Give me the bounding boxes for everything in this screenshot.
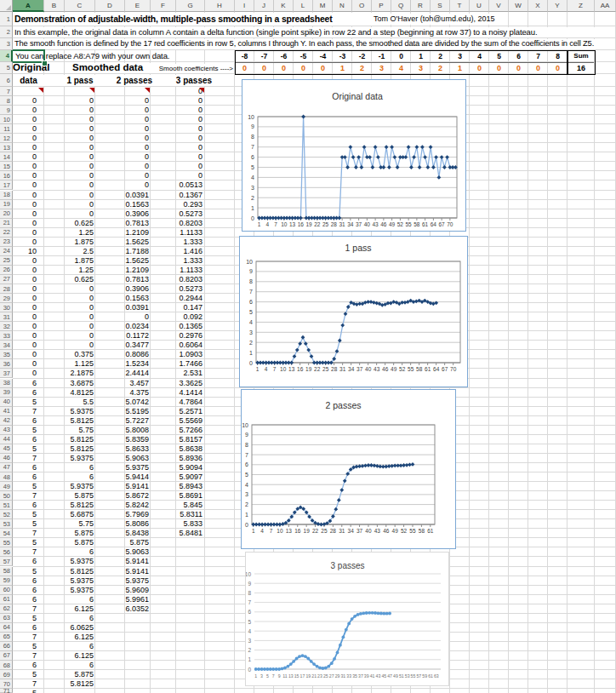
cell-C11[interactable]: 0 [47,124,94,134]
column-header-D[interactable]: D [95,0,125,12]
cell-E24[interactable]: 1.7188 [102,247,149,256]
cell-C38[interactable]: 3.6875 [47,379,94,388]
cell-G16[interactable]: 0 [156,171,202,180]
row-header-33[interactable]: 33 [0,331,13,341]
cell-G25[interactable]: 1.333 [156,256,202,266]
column-header-I[interactable]: I [235,0,254,12]
row-header-20[interactable]: 20 [0,209,13,219]
cell-E32[interactable]: 0.0234 [102,322,149,331]
cell-G52[interactable]: 5.8311 [156,510,202,519]
cell-C40[interactable]: 5.5 [47,398,94,407]
cell-E26[interactable]: 1.2109 [102,266,149,275]
cell-G20[interactable]: 0.5273 [156,209,202,219]
column-header-L[interactable]: L [294,0,313,12]
cell-E53[interactable]: 5.8086 [102,519,149,529]
row-header-24[interactable]: 24 [0,247,13,256]
cell-E52[interactable]: 5.7969 [102,510,149,519]
cell-E22[interactable]: 1.2109 [102,228,149,238]
cell-C52[interactable]: 5.6875 [47,510,94,519]
cell-R4[interactable]: 1 [411,51,431,61]
cell-N5[interactable]: 1 [333,63,352,73]
row-header-46[interactable]: 46 [0,454,13,463]
cell-G30[interactable]: 0.147 [156,303,202,312]
cell-E16[interactable]: 0 [102,171,149,180]
row-header-29[interactable]: 29 [0,294,13,303]
cell-G54[interactable]: 5.8481 [156,529,202,538]
cell-K4[interactable]: -6 [274,51,294,61]
cell-E36[interactable]: 1.5234 [102,359,149,369]
cell-E17[interactable]: 0 [102,180,149,190]
cell-G14[interactable]: 0 [156,152,202,162]
cell-E40[interactable]: 5.0742 [102,398,149,407]
chart-2-passes[interactable]: 0123456789102 passes14710131619222528313… [241,389,456,549]
cell-E23[interactable]: 1.5625 [102,238,149,247]
cell-C19[interactable]: 0 [47,200,94,209]
cell-P1-byline[interactable]: Tom O'Haver (toh@umd.edu), 2015 [374,14,493,25]
column-header-O[interactable]: O [352,0,372,12]
cell-E20[interactable]: 0.3906 [102,209,149,219]
row-header-34[interactable]: 34 [0,341,13,350]
row-header-13[interactable]: 13 [0,143,13,152]
row-header-48[interactable]: 48 [0,472,13,482]
cell-J4[interactable]: -7 [254,51,274,61]
cell-C69[interactable]: 5.875 [47,670,94,679]
column-label-3-passes[interactable]: 3 passes [168,75,220,86]
cell-E15[interactable]: 0 [102,162,149,171]
row-header-4[interactable]: 4 [0,50,13,62]
cell-G35[interactable]: 1.0903 [156,350,202,359]
cell-E51[interactable]: 5.8242 [102,501,149,510]
cell-G17[interactable]: 0.0513 [156,180,202,190]
cell-G24[interactable]: 1.416 [156,247,202,256]
cell-K5[interactable]: 0 [274,63,294,73]
cell-G7[interactable]: 0 [151,87,202,96]
row-header-63[interactable]: 63 [0,614,13,623]
cell-N4[interactable]: -3 [333,51,352,61]
column-header-G[interactable]: G [176,0,205,12]
cell-X5[interactable]: 0 [528,63,548,73]
column-header-V[interactable]: V [489,0,509,12]
row-header-22[interactable]: 22 [0,228,13,238]
cell-C68[interactable]: 6 [47,661,94,670]
cell-E49[interactable]: 5.9141 [102,482,149,491]
column-header-W[interactable]: W [509,0,528,12]
cell-C23[interactable]: 1.875 [47,238,94,247]
cell-E13[interactable]: 0 [102,143,149,152]
cell-E61[interactable]: 5.9961 [102,595,149,604]
row-header-35[interactable]: 35 [0,350,13,359]
cell-X4[interactable]: 7 [528,51,548,61]
row-header-62[interactable]: 62 [0,604,13,614]
cell-Y4[interactable]: 8 [548,51,568,61]
row-header-60[interactable]: 60 [0,586,13,595]
cell-G9[interactable]: 0 [156,106,202,115]
cell-Y5[interactable]: 0 [548,63,568,73]
cell-E10[interactable]: 0 [102,115,149,124]
chart-original-data[interactable]: 012345678910Original data147101316192225… [242,79,466,232]
cell-G37[interactable]: 2.531 [156,369,202,378]
cell-V5[interactable]: 0 [489,63,509,73]
cell-E62[interactable]: 6.0352 [102,604,149,614]
cell-G31[interactable]: 0.092 [156,312,202,322]
row-header-37[interactable]: 37 [0,369,13,378]
cell-E56[interactable]: 5.9063 [102,547,149,557]
cell-A1-title[interactable]: Demonstration of adjustable-width, multi… [14,13,372,26]
row-header-25[interactable]: 25 [0,256,13,266]
cell-E59[interactable]: 5.9375 [102,576,149,586]
row-header-27[interactable]: 27 [0,275,13,284]
row-header-59[interactable]: 59 [0,576,13,586]
row-header-1[interactable]: 1 [0,12,13,26]
cell-L5[interactable]: 0 [294,63,313,73]
row-header-11[interactable]: 11 [0,124,13,134]
column-header-X[interactable]: X [528,0,548,12]
cell-C10[interactable]: 0 [47,115,94,124]
cell-E27[interactable]: 0.7813 [102,275,149,284]
row-header-3[interactable]: 3 [0,38,13,50]
cell-C61[interactable]: 6 [47,595,94,604]
cell-M4[interactable]: -4 [313,51,333,61]
cell-C62[interactable]: 6.125 [47,604,94,614]
cell-E55[interactable]: 5.875 [102,538,149,547]
cell-G29[interactable]: 0.2944 [156,294,202,303]
cell-E35[interactable]: 0.8086 [102,350,149,359]
row-header-42[interactable]: 42 [0,416,13,426]
cell-E8[interactable]: 0 [102,96,149,106]
row-header-53[interactable]: 53 [0,519,13,529]
